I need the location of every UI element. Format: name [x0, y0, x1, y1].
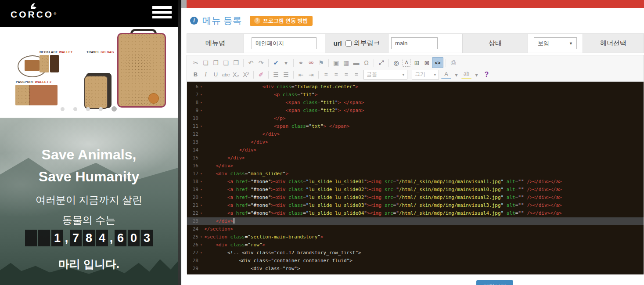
spellcheck-icon[interactable]: ✔: [271, 58, 281, 68]
code-line[interactable]: 19▾ <a href="#none"><div class="lu_slide…: [187, 186, 644, 194]
code-line[interactable]: 25▾<section class="section-main-brandsto…: [187, 233, 644, 241]
superscript-button[interactable]: X²: [241, 69, 251, 79]
corco-logo[interactable]: CORCO®: [11, 3, 56, 19]
paste-word-icon[interactable]: ❒: [231, 58, 241, 68]
horizontal-rule-icon[interactable]: ▬: [351, 58, 361, 68]
highlight-color-button[interactable]: ab: [461, 70, 471, 79]
code-line[interactable]: 6▾ <div class="txtwrap text-center">: [187, 83, 644, 91]
code-line[interactable]: 11▾ <span class="txt"> </span>: [187, 123, 644, 130]
highlight-caret-icon[interactable]: ▾: [471, 69, 482, 79]
undo-icon[interactable]: ↶: [246, 58, 256, 68]
bulleted-list-icon[interactable]: ☰: [281, 69, 291, 79]
status-select[interactable]: 보임 ▼: [534, 37, 577, 49]
program-link-help-button[interactable]: ? 프로그램 연동 방법: [250, 16, 313, 26]
fold-caret-icon[interactable]: ▾: [198, 170, 204, 178]
italic-button[interactable]: I: [201, 69, 211, 79]
indent-icon[interactable]: ⇥: [306, 69, 316, 79]
slider-dot[interactable]: [99, 107, 103, 111]
subscript-button[interactable]: X₂: [231, 69, 241, 79]
code-line[interactable]: 9▾ <span class="tit2"> </span>: [187, 107, 644, 115]
code-line[interactable]: 30 <div class="col-12 brandstory_row_fir…: [187, 273, 644, 274]
paste-text-icon[interactable]: ❑: [221, 58, 231, 68]
find-icon[interactable]: ◎: [391, 58, 401, 68]
print-icon[interactable]: ⎙: [448, 58, 458, 68]
cut-icon[interactable]: ✂: [191, 58, 201, 68]
align-right-icon[interactable]: ≡: [341, 69, 351, 79]
fold-caret-icon[interactable]: ▾: [198, 241, 204, 249]
url-input[interactable]: [391, 37, 438, 49]
code-line[interactable]: 17▾ <div class="main_slider">: [187, 170, 644, 178]
submit-button[interactable]: 미리보기: [476, 280, 513, 285]
redo-icon[interactable]: ↷: [256, 58, 266, 68]
code-line[interactable]: 8▾ <span class="tit1"> </span>: [187, 99, 644, 107]
paste-icon[interactable]: ❐: [211, 58, 221, 68]
code-line[interactable]: 24 </section>: [187, 225, 644, 233]
text-color-caret-icon[interactable]: ▾: [451, 69, 461, 79]
remove-format-icon[interactable]: ✐: [256, 69, 266, 79]
numbered-list-icon[interactable]: ☰: [271, 69, 281, 79]
outdent-icon[interactable]: ⇤: [296, 69, 306, 79]
code-line[interactable]: 10 </p>: [187, 115, 644, 123]
image-icon[interactable]: ▣: [331, 58, 341, 68]
bubble-remove-icon[interactable]: ⊠: [422, 58, 432, 68]
underline-button[interactable]: U: [211, 69, 221, 79]
code-line[interactable]: 13 </div>: [187, 138, 644, 146]
external-link-checkbox[interactable]: [345, 40, 352, 47]
special-char-icon[interactable]: Ω: [361, 58, 371, 68]
fold-caret-icon[interactable]: ▾: [198, 194, 204, 202]
fold-caret-icon[interactable]: ▾: [198, 107, 204, 115]
copy-icon[interactable]: ❏: [201, 58, 211, 68]
product-slider[interactable]: NECKLACE WALLET PASSPORT WALLET 2 TRAVEL…: [0, 27, 178, 118]
code-line[interactable]: 27▾ <!-- <div class="col-12 brandstory_r…: [187, 249, 644, 257]
align-center-icon[interactable]: ≡: [331, 69, 341, 79]
code-line[interactable]: 20▾ <a href="#none"><div class="lu_slide…: [187, 194, 644, 202]
link-icon[interactable]: ⚭: [296, 58, 306, 68]
code-line[interactable]: 12 </div>: [187, 130, 644, 138]
bubble-add-icon[interactable]: ⊞: [412, 58, 422, 68]
fold-caret-icon[interactable]: ▾: [198, 202, 204, 209]
strikethrough-button[interactable]: abc: [221, 69, 231, 79]
code-line[interactable]: 7▾ <p class="tit">: [187, 91, 644, 99]
select-all-icon[interactable]: A: [403, 59, 410, 67]
fold-caret-icon[interactable]: ▾: [198, 178, 204, 186]
maximize-icon[interactable]: ⤢: [376, 58, 386, 68]
unlink-icon[interactable]: ⚮: [306, 58, 316, 68]
code-line[interactable]: 21▾ <a href="#none"><div class="lu_slide…: [187, 202, 644, 209]
anchor-icon[interactable]: ⚑: [316, 58, 326, 68]
fold-caret-icon[interactable]: ▾: [198, 123, 204, 130]
fold-caret-icon[interactable]: ▾: [198, 233, 204, 241]
fold-caret-icon[interactable]: ▾: [198, 83, 204, 91]
fold-caret-icon[interactable]: ▾: [198, 186, 204, 194]
source-button[interactable]: <>: [432, 57, 443, 68]
spellcheck-caret-icon[interactable]: ▾: [281, 58, 291, 68]
source-code-area[interactable]: 6▾ <div class="txtwrap text-center">7▾ <…: [187, 82, 644, 274]
text-color-button[interactable]: A: [441, 70, 451, 79]
align-justify-icon[interactable]: ≡: [351, 69, 361, 79]
bold-button[interactable]: B: [191, 69, 201, 79]
menu-name-input[interactable]: [252, 37, 317, 49]
table-icon[interactable]: ▦: [341, 58, 351, 68]
code-line[interactable]: 18▾ <a href="#none"><div class="lu_slide…: [187, 178, 644, 186]
slider-dot[interactable]: [61, 107, 65, 111]
slider-dot[interactable]: [73, 107, 77, 111]
fold-caret-icon[interactable]: ▾: [198, 209, 204, 217]
code-line[interactable]: 15 </div>: [187, 154, 644, 162]
code-line[interactable]: 23 </div>: [187, 217, 644, 225]
slider-dot[interactable]: [86, 107, 90, 111]
hamburger-menu-icon[interactable]: [152, 6, 172, 21]
fold-caret-icon[interactable]: ▾: [198, 99, 204, 107]
fold-caret-icon[interactable]: ▾: [198, 249, 204, 257]
font-family-dropdown[interactable]: 글꼴▾: [363, 70, 407, 79]
align-left-icon[interactable]: ≡: [321, 69, 331, 79]
fold-caret-icon[interactable]: ▾: [198, 91, 204, 99]
code-line[interactable]: 16 </div>: [187, 162, 644, 170]
code-text: <p class="tit">: [204, 91, 644, 99]
slider-dot[interactable]: [112, 106, 117, 112]
code-line[interactable]: 28 <div class="container container-fluid…: [187, 257, 644, 265]
code-line[interactable]: 14 </div>: [187, 146, 644, 154]
code-line[interactable]: 29 <div class="row">: [187, 265, 644, 273]
code-line[interactable]: 26▾ <div class="row">: [187, 241, 644, 249]
font-size-dropdown[interactable]: 크기▾: [412, 70, 439, 79]
help-icon[interactable]: ?: [482, 69, 492, 79]
code-line[interactable]: 22▾ <a href="#none"><div class="lu_slide…: [187, 209, 644, 217]
